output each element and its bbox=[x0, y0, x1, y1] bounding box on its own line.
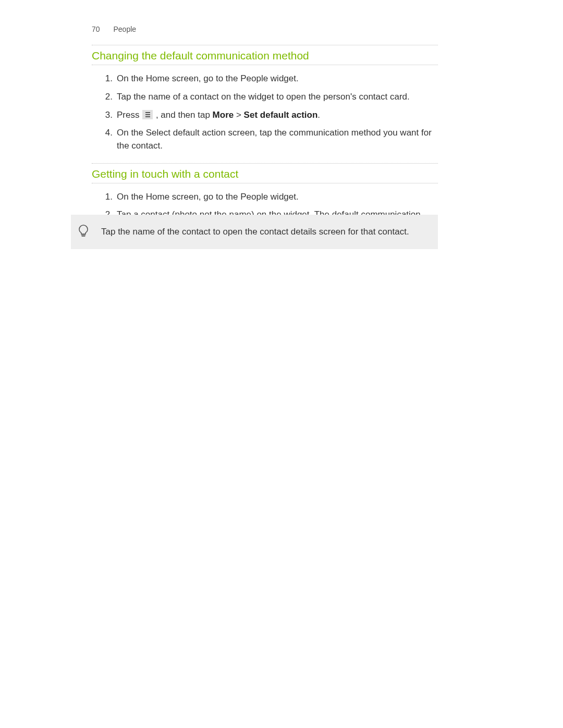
step-number: 3. bbox=[103, 109, 117, 122]
step-bold: Set default action bbox=[244, 110, 318, 120]
step-item: 1. On the Home screen, go to the People … bbox=[103, 191, 438, 204]
step-item: 1. On the Home screen, go to the People … bbox=[103, 72, 438, 85]
step-text: On the Home screen, go to the People wid… bbox=[117, 191, 438, 204]
step-number: 2. bbox=[103, 91, 117, 104]
section-heading-2: Getting in touch with a contact bbox=[92, 163, 438, 183]
step-text: Tap the name of a contact on the widget … bbox=[117, 91, 438, 104]
step-item: 3. Press , and then tap More > Set defau… bbox=[103, 109, 438, 122]
step-prefix: Press bbox=[117, 110, 142, 120]
step-text: Press , and then tap More > Set default … bbox=[117, 109, 438, 122]
step-item: 2. Tap the name of a contact on the widg… bbox=[103, 91, 438, 104]
step-mid: , and then tap bbox=[153, 110, 212, 120]
menu-icon bbox=[142, 110, 153, 119]
page-number: 70 bbox=[92, 25, 100, 33]
step-number: 4. bbox=[103, 127, 117, 140]
section-name: People bbox=[113, 25, 136, 33]
lightbulb-icon bbox=[78, 224, 89, 240]
step-sep: > bbox=[234, 110, 243, 120]
page-header: 70 People bbox=[92, 25, 136, 33]
section-heading-1: Changing the default communication metho… bbox=[92, 45, 438, 65]
step-text: On the Select default action screen, tap… bbox=[117, 127, 438, 152]
tip-box: Tap the name of the contact to open the … bbox=[71, 215, 438, 249]
tip-text: Tap the name of the contact to open the … bbox=[101, 226, 409, 238]
step-number: 1. bbox=[103, 191, 117, 204]
step-bold: More bbox=[213, 110, 234, 120]
step-item: 4. On the Select default action screen, … bbox=[103, 127, 438, 152]
step-suffix: . bbox=[317, 110, 320, 120]
step-number: 1. bbox=[103, 72, 117, 85]
steps-list-1: 1. On the Home screen, go to the People … bbox=[92, 72, 438, 152]
step-text: On the Home screen, go to the People wid… bbox=[117, 72, 438, 85]
